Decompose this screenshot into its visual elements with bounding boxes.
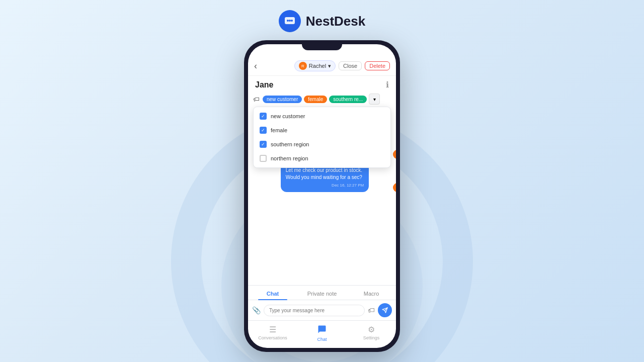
- dropdown-label-new-customer: new customer: [271, 113, 305, 119]
- message-agent-avatar-2: R: [393, 183, 396, 192]
- phone-screen: ‹ R Rachel ▾ Close Delete Jane ℹ 🏷 new c…: [248, 44, 396, 348]
- svg-point-3: [291, 20, 293, 22]
- dropdown-label-southern-region: southern region: [271, 141, 309, 147]
- header-actions: R Rachel ▾ Close Delete: [294, 60, 390, 71]
- attach-button[interactable]: 📎: [252, 306, 261, 314]
- message-text-3: Let me check our product in stock. Would…: [286, 167, 362, 180]
- tags-dropdown-button[interactable]: ▾: [369, 94, 380, 105]
- tab-macro-label: Macro: [364, 291, 379, 297]
- back-button[interactable]: ‹: [254, 61, 257, 71]
- agent-name: Rachel: [309, 63, 326, 69]
- checkbox-southern-region[interactable]: [260, 141, 267, 148]
- checkbox-northern-region[interactable]: [260, 155, 267, 162]
- nav-settings[interactable]: ⚙ Settings: [347, 325, 396, 342]
- nav-chat[interactable]: Chat: [297, 325, 347, 342]
- svg-point-1: [287, 20, 289, 22]
- app-header: NestDesk: [279, 10, 366, 32]
- settings-icon: ⚙: [368, 325, 375, 334]
- delete-button[interactable]: Delete: [365, 61, 390, 70]
- bottom-nav: ☰ Conversations Chat ⚙ Settings: [248, 320, 396, 348]
- tabs-bar: Chat Private note Macro: [248, 285, 396, 300]
- dropdown-item-female[interactable]: female: [254, 123, 390, 137]
- message-time-3: Dec 16, 12:27 PM: [286, 183, 364, 188]
- tags-dropdown: new customer female southern region nort…: [253, 107, 391, 168]
- contact-info: Jane ℹ: [248, 76, 396, 92]
- tag-icon: 🏷: [253, 96, 260, 103]
- conversations-label: Conversations: [258, 335, 287, 340]
- dropdown-label-female: female: [271, 127, 287, 133]
- close-button[interactable]: Close: [339, 61, 362, 70]
- info-icon[interactable]: ℹ: [386, 80, 389, 89]
- conversations-icon: ☰: [269, 325, 276, 334]
- chat-icon: [317, 325, 327, 336]
- tab-chat[interactable]: Chat: [248, 289, 297, 300]
- agent-avatar: R: [299, 62, 307, 70]
- message-agent-avatar-1: R: [393, 150, 396, 159]
- tab-private-note[interactable]: Private note: [297, 289, 347, 300]
- dropdown-item-northern-region[interactable]: northern region: [254, 151, 390, 165]
- tag-button[interactable]: 🏷: [368, 306, 375, 314]
- message-input-area: 📎 🏷: [248, 300, 396, 320]
- agent-pill[interactable]: R Rachel ▾: [294, 60, 336, 71]
- app-name-text: NestDesk: [306, 14, 366, 29]
- dropdown-item-new-customer[interactable]: new customer: [254, 109, 390, 123]
- message-input[interactable]: [264, 305, 365, 316]
- checkbox-female[interactable]: [260, 127, 267, 134]
- tags-row: 🏷 new customer female southern re... ▾ n…: [248, 92, 396, 107]
- chat-nav-label: Chat: [317, 337, 327, 342]
- tab-macro[interactable]: Macro: [347, 289, 396, 300]
- phone-frame: ‹ R Rachel ▾ Close Delete Jane ℹ 🏷 new c…: [244, 40, 400, 352]
- app-logo: [279, 10, 301, 32]
- dropdown-label-northern-region: northern region: [271, 155, 308, 161]
- settings-label: Settings: [363, 335, 380, 340]
- svg-point-2: [289, 20, 291, 22]
- tag-female[interactable]: female: [304, 96, 327, 103]
- agent-dropdown-icon: ▾: [328, 63, 331, 69]
- dropdown-item-southern-region[interactable]: southern region: [254, 137, 390, 151]
- tab-private-note-label: Private note: [307, 291, 337, 297]
- checkbox-new-customer[interactable]: [260, 113, 267, 120]
- contact-name: Jane: [255, 80, 273, 89]
- phone-notch: [302, 40, 342, 50]
- send-button[interactable]: [378, 303, 392, 317]
- tag-new-customer[interactable]: new customer: [263, 96, 302, 103]
- tag-southern-region[interactable]: southern re...: [329, 96, 367, 103]
- tab-chat-label: Chat: [267, 291, 279, 297]
- nav-conversations[interactable]: ☰ Conversations: [248, 325, 297, 342]
